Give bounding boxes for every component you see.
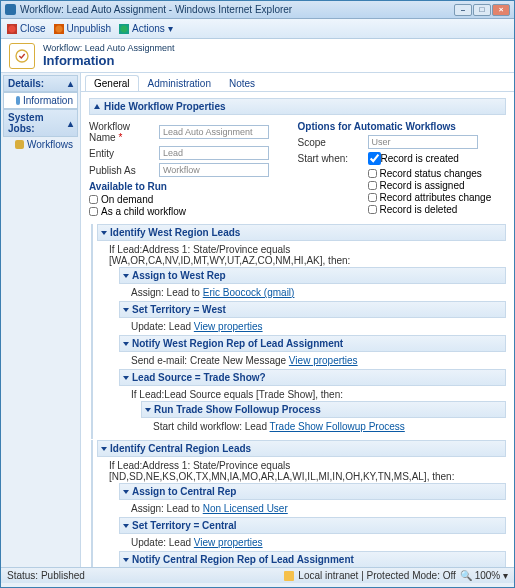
expand-icon xyxy=(101,231,107,235)
info-icon xyxy=(16,96,20,105)
maximize-button[interactable]: □ xyxy=(473,4,491,16)
hide-properties-bar[interactable]: Hide Workflow Properties xyxy=(89,98,506,115)
sidebar-head-sysjobs[interactable]: System Jobs:▴ xyxy=(3,109,78,137)
step-central-header[interactable]: Identify Central Region Leads xyxy=(97,440,506,457)
unpublish-icon xyxy=(54,24,64,34)
workflow-name-input[interactable] xyxy=(159,125,269,139)
step-central-assign[interactable]: Assign to Central Rep xyxy=(119,483,506,500)
entity-input[interactable] xyxy=(159,146,269,160)
security-zone-icon xyxy=(284,571,294,581)
svg-point-0 xyxy=(16,50,28,62)
workflow-name-label: Workflow Name * xyxy=(89,121,159,143)
collapse-icon: ▴ xyxy=(68,118,73,129)
record-assigned-checkbox[interactable] xyxy=(368,181,377,190)
step-west-header[interactable]: Identify West Region Leads xyxy=(97,224,506,241)
entity-label: Entity xyxy=(89,148,159,159)
west-update-link[interactable]: View properties xyxy=(194,321,263,332)
status-changes-checkbox[interactable] xyxy=(368,169,377,178)
expand-icon xyxy=(101,447,107,451)
collapse-icon: ▴ xyxy=(68,78,73,89)
close-button[interactable]: Close xyxy=(7,23,46,34)
startwhen-label: Start when: xyxy=(298,153,368,164)
west-child-link[interactable]: Trade Show Followup Process xyxy=(270,421,405,432)
step-west-runchild[interactable]: Run Trade Show Followup Process xyxy=(141,401,506,418)
step-central-notify[interactable]: Notify Central Region Rep of Lead Assign… xyxy=(119,551,506,567)
west-ts-condition: If Lead:Lead Source equals [Trade Show],… xyxy=(131,388,506,401)
unpublish-button[interactable]: Unpublish xyxy=(54,23,111,34)
expand-icon xyxy=(123,524,129,528)
expand-icon xyxy=(123,490,129,494)
tab-administration[interactable]: Administration xyxy=(139,75,220,91)
central-assignee-link[interactable]: Non Licensed User xyxy=(203,503,288,514)
page-title: Information xyxy=(43,53,174,68)
status-bar: Status: Published Local intranet | Prote… xyxy=(1,567,514,583)
scope-select[interactable] xyxy=(368,135,478,149)
west-condition: If Lead:Address 1: State/Province equals… xyxy=(109,243,506,267)
zoom-dropdown[interactable]: 🔍 100% ▾ xyxy=(460,570,508,581)
content-scroll[interactable]: Hide Workflow Properties Workflow Name *… xyxy=(81,92,514,567)
actions-icon xyxy=(119,24,129,34)
toolbar: Close Unpublish Actions▾ xyxy=(1,19,514,39)
header-subtitle: Workflow: Lead Auto Assignment xyxy=(43,43,174,53)
options-label: Options for Automatic Workflows xyxy=(298,121,507,132)
expand-icon xyxy=(123,376,129,380)
sidebar-head-details[interactable]: Details:▴ xyxy=(3,75,78,92)
tab-notes[interactable]: Notes xyxy=(220,75,264,91)
step-west-territory[interactable]: Set Territory = West xyxy=(119,301,506,318)
sidebar-item-workflows[interactable]: Workflows xyxy=(3,137,78,152)
step-central-territory[interactable]: Set Territory = Central xyxy=(119,517,506,534)
window-titlebar: Workflow: Lead Auto Assignment - Windows… xyxy=(1,1,514,19)
tab-general[interactable]: General xyxy=(85,75,139,91)
sidebar: Details:▴ Information System Jobs:▴ Work… xyxy=(1,73,81,567)
app-icon xyxy=(5,4,16,15)
close-window-button[interactable]: × xyxy=(492,4,510,16)
publishas-select[interactable] xyxy=(159,163,269,177)
expand-icon xyxy=(123,558,129,562)
on-demand-checkbox[interactable] xyxy=(89,195,98,204)
central-update-link[interactable]: View properties xyxy=(194,537,263,548)
available-to-run-label: Available to Run xyxy=(89,181,298,192)
security-zone-text: Local intranet | Protected Mode: Off xyxy=(298,570,456,581)
tab-strip: General Administration Notes xyxy=(81,73,514,92)
west-assignee-link[interactable]: Eric Boocock (gmail) xyxy=(203,287,295,298)
step-west-notify[interactable]: Notify West Region Rep of Lead Assignmen… xyxy=(119,335,506,352)
close-icon xyxy=(7,24,17,34)
step-west-tradeshow[interactable]: Lead Source = Trade Show? xyxy=(119,369,506,386)
window-title: Workflow: Lead Auto Assignment - Windows… xyxy=(20,4,454,15)
workflow-small-icon xyxy=(15,140,24,149)
page-header: Workflow: Lead Auto Assignment Informati… xyxy=(1,39,514,73)
expand-icon xyxy=(145,408,151,412)
expand-icon xyxy=(123,308,129,312)
expand-icon xyxy=(123,274,129,278)
expand-icon xyxy=(123,342,129,346)
central-condition: If Lead:Address 1: State/Province equals… xyxy=(109,459,506,483)
record-created-checkbox[interactable] xyxy=(368,152,381,165)
publishas-label: Publish As xyxy=(89,165,159,176)
scope-label: Scope xyxy=(298,137,368,148)
workflow-icon xyxy=(9,43,35,69)
minimize-button[interactable]: – xyxy=(454,4,472,16)
actions-dropdown[interactable]: Actions▾ xyxy=(119,23,173,34)
sidebar-item-information[interactable]: Information xyxy=(3,92,78,109)
chevron-down-icon: ▾ xyxy=(168,23,173,34)
attributes-change-checkbox[interactable] xyxy=(368,193,377,202)
record-deleted-checkbox[interactable] xyxy=(368,205,377,214)
child-workflow-checkbox[interactable] xyxy=(89,207,98,216)
step-west-assign[interactable]: Assign to West Rep xyxy=(119,267,506,284)
collapse-triangle-icon xyxy=(94,104,100,109)
west-email-link[interactable]: View properties xyxy=(289,355,358,366)
workflow-steps: Identify West Region Leads If Lead:Addre… xyxy=(89,224,506,567)
status-text: Status: Published xyxy=(7,570,85,581)
